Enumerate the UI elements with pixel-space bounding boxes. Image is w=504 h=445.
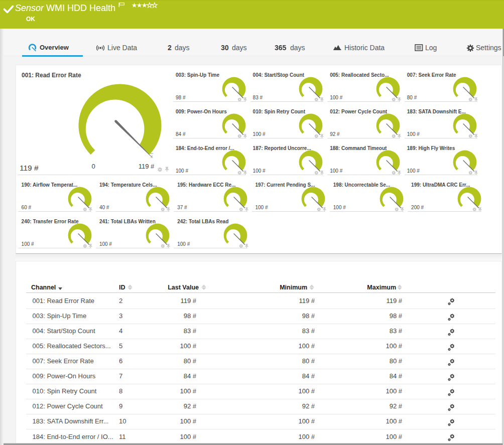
svg-text:x: x [151, 154, 153, 159]
